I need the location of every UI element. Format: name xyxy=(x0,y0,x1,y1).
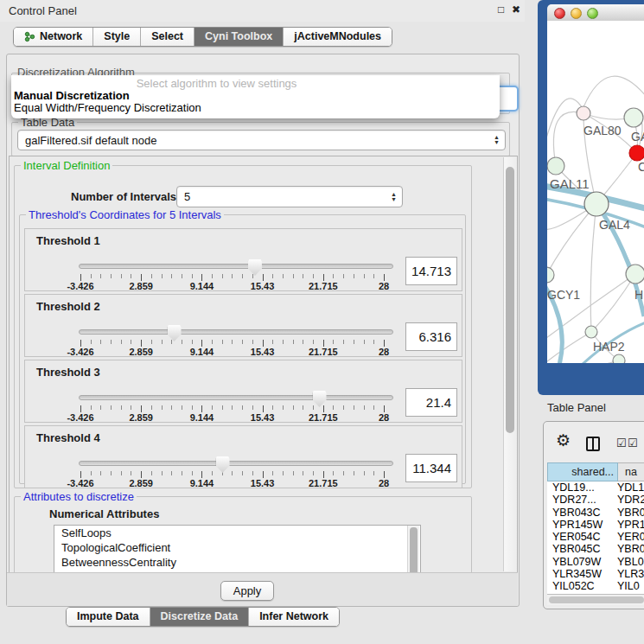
slider-track xyxy=(79,329,393,335)
node-top-right[interactable] xyxy=(624,108,643,127)
threshold-value-field[interactable]: 11.344 xyxy=(405,454,457,482)
threshold-value-field[interactable]: 6.316 xyxy=(405,322,457,351)
table-row[interactable]: YBR045CYBR0 xyxy=(547,543,644,555)
node-gal80[interactable] xyxy=(577,106,590,120)
tab-cyni-toolbox[interactable]: Cyni Toolbox xyxy=(194,28,284,46)
apply-button[interactable]: Apply xyxy=(220,581,274,601)
algorithm-dropdown-popup: Select algorithm to view settings Manual… xyxy=(11,75,500,118)
threshold-slider[interactable]: -3.4262.8599.14415.4321.71528 xyxy=(25,295,405,356)
tab-infer-network[interactable]: Infer Network xyxy=(249,608,339,626)
close-panel-icon[interactable]: ✖ xyxy=(512,3,520,16)
control-panel-titlebar: Control Panel □ ✖ xyxy=(0,0,525,22)
label-gal4: GAL4 xyxy=(599,218,630,232)
node-bottom[interactable] xyxy=(613,354,625,363)
attribute-item[interactable]: BetweennessCentrality xyxy=(54,555,420,570)
node-hap2[interactable] xyxy=(585,326,597,338)
checkbox-icon[interactable]: ☑ xyxy=(628,437,638,450)
tab-network-label: Network xyxy=(40,30,82,42)
table-row[interactable]: YDR27...YDR2 xyxy=(547,494,644,506)
columns-icon[interactable] xyxy=(586,437,600,451)
settings-scrollbar-thumb[interactable] xyxy=(506,167,514,433)
slider-tick-labels: -3.4262.8599.14415.4321.71528 xyxy=(80,412,384,423)
screen: { "window": { "title": "Control Panel" }… xyxy=(0,0,644,644)
tab-jactivemnodules-label: jActiveMNodules xyxy=(294,30,381,42)
zoom-traffic-light[interactable] xyxy=(587,8,598,19)
numerical-attributes-list[interactable]: SelfLoopsTopologicalCoefficientBetweenne… xyxy=(54,525,421,573)
tab-jactivemnodules[interactable]: jActiveMNodules xyxy=(284,28,392,46)
checkbox-icon[interactable]: ☑ xyxy=(616,437,627,450)
node-labels: GAL80 GA C GAL11 GAL4 GCY1 H HAP2 xyxy=(547,124,644,354)
column-header-name[interactable]: na xyxy=(618,462,644,481)
combo-spinner-icon[interactable]: ▲▼ xyxy=(494,135,500,145)
node-gal11[interactable] xyxy=(547,157,564,175)
threshold-slider[interactable]: -3.4262.8599.14415.4321.71528 xyxy=(25,229,405,290)
tab-network[interactable]: Network xyxy=(14,28,93,46)
network-window-titlebar[interactable] xyxy=(547,4,644,22)
node-gcy1[interactable] xyxy=(547,267,554,283)
tick-label: 28 xyxy=(379,281,389,291)
threshold-slider[interactable]: -3.4262.8599.14415.4321.71528 xyxy=(25,426,405,488)
table-row[interactable]: YLR345WYLR3 xyxy=(547,568,644,580)
tab-cyni-toolbox-label: Cyni Toolbox xyxy=(205,30,272,42)
tick-label: 28 xyxy=(379,478,389,488)
number-of-intervals-spinner[interactable]: 5 ▲▼ xyxy=(176,186,403,207)
table-panel-title-text: Table Panel xyxy=(547,401,606,414)
table-row[interactable]: YPR145WYPR1 xyxy=(547,519,644,531)
attributes-scrollbar xyxy=(407,526,419,573)
table-row[interactable]: YIL052CYIL0 xyxy=(547,580,644,592)
attributes-scrollbar-thumb[interactable] xyxy=(410,527,418,573)
table-horizontal-scrollbar xyxy=(547,594,644,605)
numerical-attributes-label: Numerical Attributes xyxy=(49,507,159,520)
threshold-slider[interactable]: -3.4262.8599.14415.4321.71528 xyxy=(25,360,405,422)
interval-definition-group: Interval Definition Number of Intervals … xyxy=(14,165,472,488)
table-row[interactable]: YER054CYER0 xyxy=(547,531,644,543)
tick-label: -3.426 xyxy=(67,347,93,357)
slider-tick-labels: -3.4262.8599.14415.4321.71528 xyxy=(80,478,384,488)
attributes-group: Attributes to discretize Numerical Attri… xyxy=(14,496,472,573)
tick-label: 2.859 xyxy=(129,347,153,357)
table-row[interactable]: YBR043CYBR0 xyxy=(547,507,644,519)
spinner-arrows-icon[interactable]: ▲▼ xyxy=(391,192,397,202)
tick-label: 2.859 xyxy=(129,478,153,488)
threshold-value-field[interactable]: 21.4 xyxy=(405,388,457,417)
network-graph: GAL80 GA C GAL11 GAL4 GCY1 H HAP2 xyxy=(547,21,644,363)
column-header-shared-name[interactable]: shared... xyxy=(547,462,618,481)
tick-label: 21.715 xyxy=(309,281,338,291)
table-scrollbar-thumb[interactable] xyxy=(549,596,644,603)
table-data-combobox[interactable]: galFiltered.sif default node ▲▼ xyxy=(17,130,506,150)
float-window-icon[interactable]: □ xyxy=(498,3,504,16)
gear-icon[interactable]: ⚙ xyxy=(556,430,571,450)
dropdown-option-equal-width[interactable]: Equal Width/Frequency Discretization xyxy=(11,102,500,114)
tab-style[interactable]: Style xyxy=(93,28,141,46)
node-selected-red[interactable] xyxy=(629,145,644,161)
label-partial-top-right: GA xyxy=(631,130,644,143)
network-canvas[interactable]: GAL80 GA C GAL11 GAL4 GCY1 H HAP2 xyxy=(547,21,644,363)
table-row[interactable]: YBL079WYBL0 xyxy=(547,556,644,568)
tick-label: 21.715 xyxy=(309,412,338,423)
tick-label: 2.859 xyxy=(129,412,153,423)
slider-track xyxy=(79,395,393,400)
tick-label: -3.426 xyxy=(67,281,93,291)
slider-major-ticks xyxy=(80,340,384,347)
attribute-item[interactable]: TopologicalCoefficient xyxy=(54,540,420,555)
node-gal4[interactable] xyxy=(584,192,609,216)
tab-select[interactable]: Select xyxy=(141,28,194,46)
tab-impute-data[interactable]: Impute Data xyxy=(67,608,150,626)
attribute-item[interactable]: SelfLoops xyxy=(54,526,420,540)
minimize-traffic-light[interactable] xyxy=(571,8,582,19)
settings-scroll-pane: Interval Definition Number of Intervals … xyxy=(9,156,518,573)
node-mid-right[interactable] xyxy=(626,265,644,284)
tab-discretize-data[interactable]: Discretize Data xyxy=(150,608,250,626)
label-partial-mid-right: C xyxy=(638,160,644,174)
apply-row: Apply xyxy=(7,572,518,606)
dropdown-option-manual[interactable]: Manual Discretization xyxy=(11,90,500,102)
slider-major-ticks xyxy=(80,274,384,281)
slider-track xyxy=(79,461,393,466)
threshold-value-field[interactable]: 14.713 xyxy=(405,257,457,285)
close-traffic-light[interactable] xyxy=(554,8,565,19)
tab-select-label: Select xyxy=(151,30,183,42)
tick-label: 9.144 xyxy=(190,347,214,357)
table-row[interactable]: YDL19...YDL1 xyxy=(547,481,644,494)
tick-label: 28 xyxy=(379,412,389,423)
label-hap2: HAP2 xyxy=(593,340,625,354)
